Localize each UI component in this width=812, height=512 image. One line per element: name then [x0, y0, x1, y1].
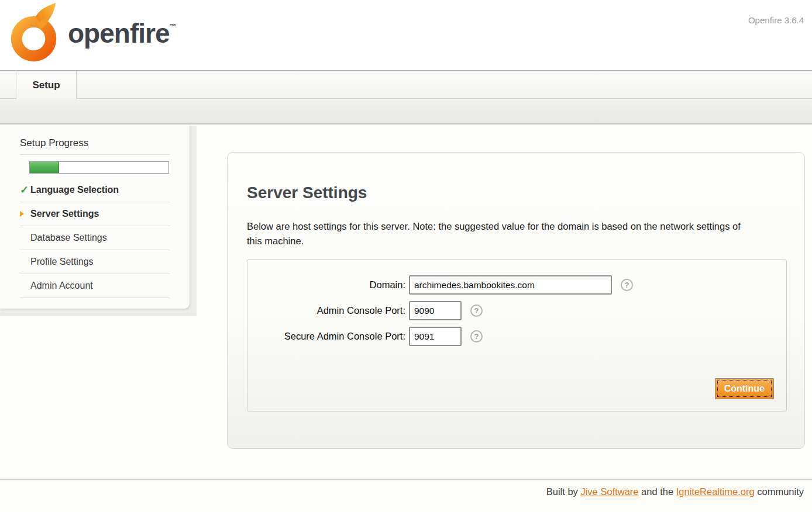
server-settings-form: Domain: ? Admin Console Port: ? Secure A… [247, 260, 787, 411]
continue-button[interactable]: Continue [715, 378, 774, 399]
help-icon[interactable]: ? [470, 305, 483, 317]
page-title: Server Settings [247, 184, 367, 202]
step-label: Language Selection [30, 185, 119, 195]
setup-steps-list: ✓ Language Selection Server Settings Dat… [20, 178, 170, 298]
secondary-nav-bar [0, 99, 812, 124]
progress-bar [29, 161, 169, 174]
logo-wordmark: openfire [68, 18, 169, 49]
domain-input[interactable] [409, 275, 612, 295]
admin-port-row: Admin Console Port: ? [247, 301, 483, 320]
main-content-panel: Server Settings Below are host settings … [227, 152, 805, 449]
step-server-settings[interactable]: Server Settings [20, 202, 170, 226]
setup-progress-panel: Setup Progress ✓ Language Selection Serv… [0, 126, 190, 309]
secure-port-row: Secure Admin Console Port: ? [247, 327, 483, 346]
setup-progress-title: Setup Progress [20, 137, 170, 155]
footer-text-suffix: community [755, 486, 804, 497]
step-profile-settings[interactable]: Profile Settings [20, 250, 170, 274]
footer-credits: Built by Jive Software and the IgniteRea… [546, 486, 804, 497]
step-database-settings[interactable]: Database Settings [20, 226, 170, 250]
step-label: Admin Account [30, 281, 93, 291]
step-label: Database Settings [30, 233, 107, 243]
tab-bar: Setup [0, 70, 812, 99]
secure-admin-console-port-label: Secure Admin Console Port: [247, 331, 409, 342]
admin-console-port-input[interactable] [409, 301, 462, 320]
current-step-arrow-icon [20, 211, 24, 217]
progress-fill [30, 162, 59, 173]
step-language-selection[interactable]: ✓ Language Selection [20, 178, 170, 202]
trademark-symbol: ™ [169, 22, 176, 30]
jive-software-link[interactable]: Jive Software [580, 486, 638, 497]
admin-console-port-label: Admin Console Port: [247, 305, 409, 316]
footer-text-middle: and the [639, 486, 676, 497]
openfire-flame-icon [11, 2, 61, 64]
step-admin-account[interactable]: Admin Account [20, 274, 170, 298]
step-label: Profile Settings [30, 257, 94, 267]
domain-row: Domain: ? [247, 275, 633, 295]
header: openfire™ Openfire 3.6.4 [0, 0, 812, 70]
openfire-logo: openfire™ [11, 2, 176, 64]
secure-admin-console-port-input[interactable] [409, 327, 462, 346]
tab-setup[interactable]: Setup [16, 71, 77, 99]
footer-text-prefix: Built by [546, 486, 581, 497]
help-icon[interactable]: ? [621, 279, 633, 291]
step-label: Server Settings [30, 209, 99, 219]
help-icon[interactable]: ? [470, 330, 483, 343]
version-label: Openfire 3.6.4 [748, 15, 804, 25]
page-description: Below are host settings for this server.… [247, 219, 755, 248]
domain-label: Domain: [247, 279, 409, 290]
footer-divider [0, 479, 812, 480]
igniterealtime-link[interactable]: IgniteRealtime.org [676, 486, 755, 497]
check-icon: ✓ [20, 184, 29, 196]
